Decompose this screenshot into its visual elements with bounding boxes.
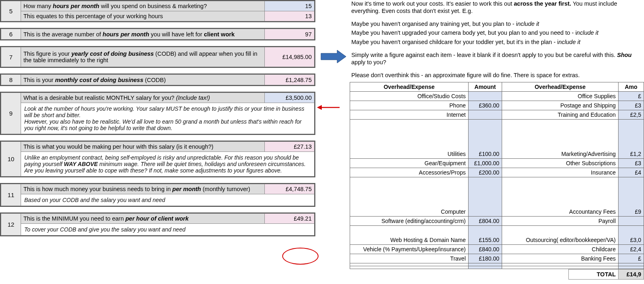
row5-v1[interactable]: 15 (265, 1, 315, 11)
row7-v: £14,985.00 (265, 47, 315, 67)
expense-amount-2[interactable]: £2,5 (619, 110, 644, 120)
expense-amount-2[interactable]: £ (619, 254, 644, 263)
expense-name-2: Other Subscriptions (502, 159, 619, 168)
total-value: £14,9 (619, 269, 644, 280)
row-number-10: 10 (1, 142, 21, 177)
row11-q: This is how much money your business nee… (21, 184, 265, 194)
section-row-8: 8 This is your monthly cost of doing bus… (0, 74, 315, 86)
expense-amount[interactable]: £100.00 (469, 120, 502, 159)
expense-name (350, 266, 469, 269)
expense-amount[interactable] (469, 266, 502, 269)
row-number-8: 8 (1, 75, 21, 85)
expense-name-2: Postage and Shipping (502, 101, 619, 110)
right-costs-pane: Now it's time to work out your costs. It… (350, 0, 644, 280)
expense-name-2: Payroll (502, 217, 619, 226)
exp-header-1: Overhead/Expense (350, 82, 469, 92)
section-row-11: 11 This is how much money your business … (0, 183, 315, 207)
expense-name-2: Insurance (502, 168, 619, 177)
expense-amount-2[interactable] (619, 217, 644, 226)
row-number-11: 11 (1, 184, 21, 206)
expense-name (350, 263, 469, 266)
expense-name: Phone (350, 101, 469, 110)
expense-name: Gear/Equipment (350, 159, 469, 168)
exp-header-2: Amount (469, 82, 502, 92)
expense-name: Travel (350, 254, 469, 263)
section-row-7: 7 This figure is your yearly cost of doi… (0, 46, 315, 68)
exp-header-4: Amo (619, 82, 644, 92)
expense-amount-2[interactable]: £9 (619, 177, 644, 217)
section-row-5: 5 How many hours per month will you spen… (0, 0, 315, 22)
row10-q: This is what you would be making per hou… (21, 142, 265, 152)
expense-amount[interactable]: £1,000.00 (469, 159, 502, 168)
section-row-12: 12 This is the MINIMUM you need to earn … (0, 212, 315, 236)
costs-intro-2a: Maybe you haven't organised any training… (350, 20, 644, 29)
expense-amount[interactable]: £360.00 (469, 101, 502, 110)
row9-note: Look at the number of hours you're worki… (21, 103, 315, 134)
expense-amount-2[interactable]: £3,0 (619, 226, 644, 245)
arrow-right-blue-icon (319, 48, 348, 65)
left-calculator-pane: 5 How many hours per month will you spen… (0, 0, 315, 242)
row12-v: £49.21 (265, 214, 315, 224)
expense-amount[interactable] (469, 92, 502, 101)
expense-name: Utilities (350, 120, 469, 159)
row-number-6: 6 (1, 29, 21, 40)
expense-amount[interactable]: £180.00 (469, 254, 502, 263)
expense-amount-2[interactable] (619, 266, 644, 269)
row6-q: This is the average number of hours per … (21, 29, 265, 40)
row8-q: This is your monthly cost of doing busin… (21, 75, 265, 85)
row5-q2: This equates to this percentage of your … (21, 11, 265, 21)
expense-name: Vehicle (% Payments/Upkeep/insurance) (350, 245, 469, 254)
row6-v: 97 (265, 29, 315, 40)
costs-intro-2c: Maybe you haven't organised childcare fo… (350, 38, 644, 47)
section-row-9: 9 What is a desirable but realistic MONT… (0, 92, 315, 135)
expense-amount-2[interactable]: £ (619, 92, 644, 101)
row10-v: £27.13 (265, 142, 315, 152)
row9-v[interactable]: £3,500.00 (265, 93, 315, 103)
costs-intro-3: Simply write a figure against each item … (350, 51, 644, 67)
expense-amount[interactable]: £840.00 (469, 245, 502, 254)
svg-marker-0 (321, 50, 346, 63)
expense-amount[interactable] (469, 110, 502, 120)
section-row-6: 6 This is the average number of hours pe… (0, 28, 315, 40)
expense-name-2: Marketing/Advertising (502, 120, 619, 159)
row9-q: What is a desirable but realistic MONTHL… (21, 93, 265, 103)
expense-amount[interactable] (469, 263, 502, 266)
expense-name: Web Hosting & Domain Name (350, 226, 469, 245)
expense-name-2: Childcare (502, 245, 619, 254)
expense-amount-2[interactable]: £4 (619, 168, 644, 177)
expense-name: Office/Studio Costs (350, 92, 469, 101)
row-number-7: 7 (1, 47, 21, 67)
row11-v: £4,748.75 (265, 184, 315, 194)
expense-name: Internet (350, 110, 469, 120)
expense-amount-2[interactable]: £1,2 (619, 120, 644, 159)
expense-name: Accessories/Props (350, 168, 469, 177)
expense-name-2: Training and Education (502, 110, 619, 120)
expense-name-2: Banking Fees (502, 254, 619, 263)
row11-note: Based on your CODB and the salary you wa… (21, 194, 315, 206)
expense-amount-2[interactable]: £3 (619, 159, 644, 168)
costs-intro-2b: Maybe you haven't upgraded your camera b… (350, 29, 644, 38)
expense-amount[interactable]: £200.00 (469, 168, 502, 177)
row10-note: Unlike an employment contract, being sel… (21, 152, 315, 177)
svg-marker-2 (317, 105, 322, 110)
expense-name-2: Accountancy Fees (502, 177, 619, 217)
exp-header-3: Overhead/Expense (502, 82, 619, 92)
row5-q1: How many hours per month will you spend … (21, 1, 265, 11)
costs-intro-4: Please don't overthink this - an approxi… (350, 72, 644, 80)
expense-amount[interactable]: £155.00 (469, 226, 502, 245)
expense-amount[interactable] (469, 177, 502, 217)
row-number-12: 12 (1, 214, 21, 236)
section-row-10: 10 This is what you would be making per … (0, 141, 315, 177)
expense-name: Software (editing/accounting/crm) (350, 217, 469, 226)
row-number-9: 9 (1, 93, 21, 134)
expense-amount-2[interactable] (619, 263, 644, 266)
expenses-table: Overhead/Expense Amount Overhead/Expense… (350, 82, 644, 269)
arrow-left-red-icon (316, 103, 340, 112)
total-label: TOTAL (569, 269, 619, 280)
expense-amount-2[interactable]: £3 (619, 101, 644, 110)
expense-amount-2[interactable]: £2,4 (619, 245, 644, 254)
row-number-5: 5 (1, 1, 21, 21)
costs-intro-1: Now it's time to work out your costs. It… (350, 0, 644, 16)
expense-name: Computer (350, 177, 469, 217)
expense-amount[interactable]: £804.00 (469, 217, 502, 226)
